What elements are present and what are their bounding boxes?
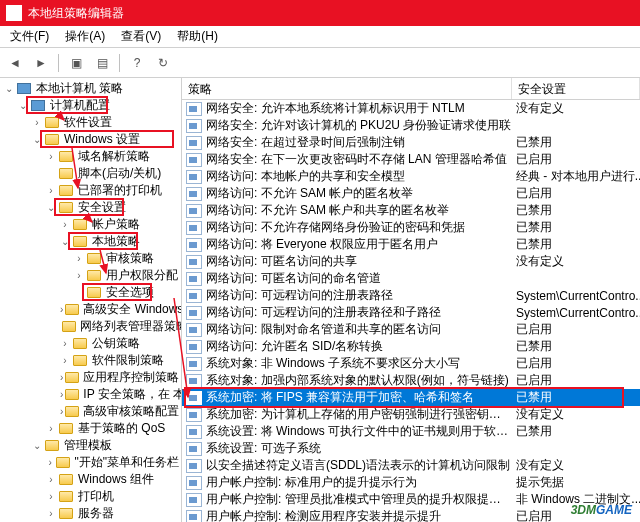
policy-row[interactable]: 系统设置: 可选子系统	[182, 440, 640, 457]
tree-item[interactable]: ⌄安全设置	[0, 199, 181, 216]
tree-item[interactable]: ›高级审核策略配置	[0, 403, 181, 420]
refresh-button[interactable]: ↻	[152, 52, 174, 74]
policy-name: 网络访问: 允许匿名 SID/名称转换	[206, 338, 512, 355]
collapse-icon[interactable]: ⌄	[32, 134, 42, 145]
collapse-icon[interactable]: ⌄	[18, 100, 28, 111]
policy-row[interactable]: 网络访问: 可远程访问的注册表路径System\CurrentContro...	[182, 287, 640, 304]
policy-icon	[186, 408, 202, 422]
tree-item[interactable]: ›应用程序控制策略	[0, 369, 181, 386]
back-button[interactable]: ◄	[4, 52, 26, 74]
tree-item[interactable]: ›"开始"菜单和任务栏	[0, 454, 181, 471]
tree-item[interactable]: ⌄本地计算机 策略	[0, 80, 181, 97]
expand-icon[interactable]: ›	[60, 372, 63, 383]
policy-row[interactable]: 网络访问: 限制对命名管道和共享的匿名访问已启用	[182, 321, 640, 338]
policy-row[interactable]: 网络访问: 将 Everyone 权限应用于匿名用户已禁用	[182, 236, 640, 253]
expand-icon[interactable]: ›	[74, 270, 84, 281]
expand-icon[interactable]: ›	[60, 338, 70, 349]
policy-row[interactable]: 网络安全: 允许本地系统将计算机标识用于 NTLM没有定义	[182, 100, 640, 117]
tree-item[interactable]: ›公钥策略	[0, 335, 181, 352]
tree-item[interactable]: ›帐户策略	[0, 216, 181, 233]
policy-row[interactable]: 系统加密: 为计算机上存储的用户密钥强制进行强密钥保护没有定义	[182, 406, 640, 423]
tree-item[interactable]: ›域名解析策略	[0, 148, 181, 165]
tree-item[interactable]: ›Windows 组件	[0, 471, 181, 488]
tree-item[interactable]: ›高级安全 Windows 防	[0, 301, 181, 318]
policy-row[interactable]: 用户帐户控制: 标准用户的提升提示行为提示凭据	[182, 474, 640, 491]
tree-item[interactable]: ›基于策略的 QoS	[0, 420, 181, 437]
tree-item[interactable]: ⌄计算机配置	[0, 97, 181, 114]
policy-row[interactable]: 网络访问: 不允许存储网络身份验证的密码和凭据已禁用	[182, 219, 640, 236]
help-button[interactable]: ?	[126, 52, 148, 74]
tree-item[interactable]: ›IP 安全策略，在 本地	[0, 386, 181, 403]
tree-item[interactable]: 网络列表管理器策略	[0, 318, 181, 335]
policy-row[interactable]: 网络访问: 可远程访问的注册表路径和子路径System\CurrentContr…	[182, 304, 640, 321]
tree-item[interactable]: ›软件设置	[0, 114, 181, 131]
expand-icon[interactable]: ›	[46, 185, 56, 196]
up-button[interactable]: ▣	[65, 52, 87, 74]
policy-row[interactable]: 网络访问: 不允许 SAM 帐户和共享的匿名枚举已禁用	[182, 202, 640, 219]
policy-row[interactable]: 系统设置: 将 Windows 可执行文件中的证书规则用于软件...已禁用	[182, 423, 640, 440]
expand-icon[interactable]: ›	[46, 457, 54, 468]
folder-icon	[58, 473, 74, 487]
tree-item[interactable]: ⌄Windows 设置	[0, 131, 181, 148]
policy-row[interactable]: 网络访问: 可匿名访问的命名管道	[182, 270, 640, 287]
policy-row[interactable]: 系统对象: 加强内部系统对象的默认权限(例如，符号链接)已启用	[182, 372, 640, 389]
security-setting: 经典 - 对本地用户进行...	[512, 168, 640, 185]
policy-row[interactable]: 网络安全: 在下一次更改密码时不存储 LAN 管理器哈希值已启用	[182, 151, 640, 168]
folder-icon	[86, 252, 102, 266]
expand-icon[interactable]: ›	[46, 491, 56, 502]
policy-icon	[186, 391, 202, 405]
policy-row[interactable]: 网络访问: 允许匿名 SID/名称转换已禁用	[182, 338, 640, 355]
policy-icon	[186, 119, 202, 133]
collapse-icon[interactable]: ⌄	[60, 236, 70, 247]
tree-item[interactable]: 脚本(启动/关机)	[0, 165, 181, 182]
tree-item[interactable]: ›审核策略	[0, 250, 181, 267]
tree-item[interactable]: ›服务器	[0, 505, 181, 522]
list-body[interactable]: 网络安全: 允许本地系统将计算机标识用于 NTLM没有定义网络安全: 允许对该计…	[182, 100, 640, 522]
security-setting: 已禁用	[512, 236, 640, 253]
collapse-icon[interactable]: ⌄	[32, 440, 42, 451]
tree-label: 网络列表管理器策略	[78, 318, 182, 335]
policy-row[interactable]: 系统加密: 将 FIPS 兼容算法用于加密、哈希和签名已禁用	[182, 389, 640, 406]
list-pane: 策略 安全设置 网络安全: 允许本地系统将计算机标识用于 NTLM没有定义网络安…	[182, 78, 640, 522]
expand-icon[interactable]: ›	[60, 406, 63, 417]
expand-icon[interactable]: ›	[60, 389, 63, 400]
tree-item[interactable]: ›打印机	[0, 488, 181, 505]
menu-action[interactable]: 操作(A)	[57, 26, 113, 47]
tree-item[interactable]: ⌄本地策略	[0, 233, 181, 250]
col-policy[interactable]: 策略	[182, 78, 512, 99]
col-security[interactable]: 安全设置	[512, 78, 640, 99]
menu-help[interactable]: 帮助(H)	[169, 26, 226, 47]
policy-row[interactable]: 网络安全: 在超过登录时间后强制注销已禁用	[182, 134, 640, 151]
collapse-icon[interactable]: ⌄	[46, 202, 56, 213]
expand-icon[interactable]: ›	[74, 253, 84, 264]
policy-icon	[186, 323, 202, 337]
tree-item[interactable]: ›已部署的打印机	[0, 182, 181, 199]
policy-row[interactable]: 网络访问: 不允许 SAM 帐户的匿名枚举已启用	[182, 185, 640, 202]
policy-row[interactable]: 网络访问: 可匿名访问的共享没有定义	[182, 253, 640, 270]
policy-row[interactable]: 网络访问: 本地帐户的共享和安全模型经典 - 对本地用户进行...	[182, 168, 640, 185]
expand-icon[interactable]: ›	[60, 355, 70, 366]
expand-icon[interactable]: ›	[32, 117, 42, 128]
window-title: 本地组策略编辑器	[28, 5, 124, 22]
expand-icon[interactable]: ›	[46, 474, 56, 485]
menu-view[interactable]: 查看(V)	[113, 26, 169, 47]
tree-item[interactable]: ⌄管理模板	[0, 437, 181, 454]
expand-icon[interactable]: ›	[46, 508, 56, 519]
security-setting: 已禁用	[512, 423, 640, 440]
expand-icon[interactable]: ›	[60, 304, 63, 315]
expand-icon[interactable]: ›	[46, 151, 56, 162]
export-button[interactable]: ▤	[91, 52, 113, 74]
computer-icon	[16, 82, 32, 96]
policy-row[interactable]: 网络安全: 允许对该计算机的 PKU2U 身份验证请求使用联	[182, 117, 640, 134]
expand-icon[interactable]: ›	[46, 423, 56, 434]
policy-row[interactable]: 以安全描述符定义语言(SDDL)语法表示的计算机访问限制没有定义	[182, 457, 640, 474]
tree-item[interactable]: 安全选项	[0, 284, 181, 301]
expand-icon[interactable]: ›	[60, 219, 70, 230]
tree-item[interactable]: ›软件限制策略	[0, 352, 181, 369]
forward-button[interactable]: ►	[30, 52, 52, 74]
tree-item[interactable]: ›用户权限分配	[0, 267, 181, 284]
collapse-icon[interactable]: ⌄	[4, 83, 14, 94]
tree-view[interactable]: ⌄本地计算机 策略⌄计算机配置›软件设置⌄Windows 设置›域名解析策略脚本…	[0, 78, 182, 522]
policy-row[interactable]: 系统对象: 非 Windows 子系统不要求区分大小写已启用	[182, 355, 640, 372]
menu-file[interactable]: 文件(F)	[2, 26, 57, 47]
